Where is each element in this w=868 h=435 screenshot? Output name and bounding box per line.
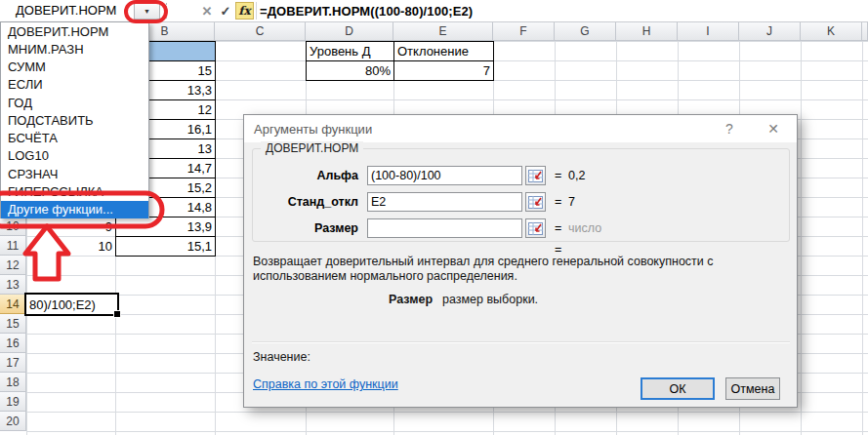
function-list-item-6[interactable]: ПОДСТАВИТЬ — [1, 111, 148, 129]
column-header-F[interactable]: F — [493, 21, 555, 41]
column-header-C[interactable]: C — [215, 21, 306, 41]
chevron-down-icon: ▼ — [144, 8, 150, 15]
alpha-result: 0,2 — [568, 166, 585, 185]
size-label: Размер — [244, 218, 358, 238]
cell-E1[interactable]: Отклонение — [393, 41, 494, 61]
stddev-result: 7 — [568, 192, 575, 212]
cancel-button[interactable]: Отмена — [725, 377, 780, 400]
row-header-13[interactable]: 13 — [0, 275, 26, 295]
cell-E2[interactable]: 7 — [393, 60, 494, 81]
function-list-item-2[interactable]: МНИМ.РАЗН — [1, 40, 148, 58]
function-list-item-5[interactable]: ГОД — [1, 94, 148, 111]
function-list-item-more-functions[interactable]: Другие функции... — [1, 201, 148, 218]
range-picker-icon — [528, 222, 543, 235]
column-header-G[interactable]: G — [555, 21, 616, 41]
equals-sign: = — [555, 166, 561, 185]
argument-hint-name: Размер — [389, 293, 433, 306]
equals-sign: = — [555, 192, 561, 212]
divider — [252, 341, 790, 343]
field-row-stddev: Станд_откл = 7 — [244, 192, 797, 212]
argument-hint-text: размер выборки. — [442, 293, 538, 306]
divider — [256, 2, 257, 20]
fill-handle[interactable] — [113, 310, 121, 318]
dialog-titlebar: Аргументы функции ? ✕ — [244, 115, 797, 142]
range-picker-button[interactable] — [525, 192, 546, 212]
cell-D1[interactable]: Уровень Д — [306, 41, 394, 61]
column-header-edge — [862, 21, 868, 41]
formula-bar: ДОВЕРИТ.НОРМ ▼ ✕ ✓ fx =ДОВЕРИТ.НОРМ((100… — [0, 0, 868, 22]
function-list-item-3[interactable]: СУММ — [1, 59, 148, 76]
field-row-size: Размер = число — [244, 218, 797, 238]
alpha-label: Альфа — [244, 166, 358, 185]
equals-sign: = — [555, 218, 561, 238]
name-box-dropdown-button[interactable]: ▼ — [134, 2, 160, 20]
name-box-dropdown-list: ДОВЕРИТ.НОРММНИМ.РАЗНСУММЕСЛИГОДПОДСТАВИ… — [0, 21, 149, 218]
row-header-14[interactable]: 14 — [0, 295, 26, 314]
cell-B11[interactable]: 15,1 — [115, 236, 216, 257]
row-header-20[interactable]: 20 — [0, 412, 26, 431]
cancel-icon[interactable]: ✕ — [198, 0, 216, 21]
row-header-12[interactable]: 12 — [0, 256, 26, 275]
function-list-item-10[interactable]: ГИПЕРССЫЛКА — [1, 182, 148, 200]
function-description: Возвращает доверительный интервал для ср… — [253, 255, 785, 284]
help-icon[interactable]: ? — [715, 115, 744, 142]
row-header-15[interactable]: 15 — [0, 314, 26, 334]
ok-button[interactable]: ОК — [641, 377, 715, 400]
size-result: число — [568, 218, 601, 238]
argument-hint: Размерразмер выборки. — [389, 293, 538, 306]
close-icon[interactable]: ✕ — [759, 115, 788, 142]
active-cell-text: 80)/100;E2) — [29, 297, 96, 312]
cell-A10[interactable]: 9 — [26, 217, 115, 236]
range-picker-button[interactable] — [525, 166, 546, 185]
column-header-K[interactable]: K — [801, 21, 862, 41]
grid-line — [26, 431, 868, 432]
stddev-label: Станд_откл — [244, 192, 358, 212]
size-input[interactable] — [367, 218, 522, 238]
column-header-H[interactable]: H — [616, 21, 678, 41]
enter-icon[interactable]: ✓ — [217, 0, 234, 21]
cell-A11[interactable]: 10 — [26, 236, 115, 256]
dialog-title: Аргументы функции — [254, 115, 372, 142]
row-header-17[interactable]: 17 — [0, 353, 26, 373]
field-row-alpha: Альфа = 0,2 — [244, 166, 797, 185]
cell-B10[interactable]: 13,9 — [115, 217, 216, 237]
insert-function-icon[interactable]: fx — [235, 2, 254, 20]
column-header-I[interactable]: I — [678, 21, 739, 41]
function-arguments-dialog: Аргументы функции ? ✕ ДОВЕРИТ.НОРМ Альфа… — [243, 114, 798, 408]
column-header-E[interactable]: E — [393, 21, 493, 41]
cell-D2[interactable]: 80% — [306, 60, 394, 81]
column-header-D[interactable]: D — [306, 21, 393, 41]
function-list-item-7[interactable]: БСЧЁТА — [1, 130, 148, 147]
row-header-18[interactable]: 18 — [0, 373, 26, 392]
value-label: Значение: — [253, 350, 310, 364]
function-name-label: ДОВЕРИТ.НОРМ — [261, 141, 363, 155]
row-header-16[interactable]: 16 — [0, 334, 26, 353]
stddev-input[interactable] — [367, 192, 522, 212]
formula-input[interactable]: =ДОВЕРИТ.НОРМ((100-80)/100;E2) — [260, 0, 473, 21]
function-list-item-9[interactable]: СРЗНАЧ — [1, 165, 148, 182]
excel-window: ABCDEFGHIJK12345678910111213141516171819… — [0, 0, 868, 435]
function-list-item-4[interactable]: ЕСЛИ — [1, 76, 148, 94]
alpha-input[interactable] — [367, 166, 522, 185]
row-header-11[interactable]: 11 — [0, 236, 26, 256]
row-header-10[interactable]: 10 — [0, 217, 26, 236]
range-picker-icon — [528, 196, 543, 209]
range-picker-icon — [528, 170, 543, 182]
active-cell-A14[interactable]: 80)/100;E2) — [24, 293, 119, 316]
help-link[interactable]: Справка по этой функции — [253, 377, 398, 391]
grid-line — [26, 412, 868, 413]
range-picker-button[interactable] — [525, 218, 546, 238]
column-header-J[interactable]: J — [739, 21, 801, 41]
function-list-item-1[interactable]: ДОВЕРИТ.НОРМ — [1, 22, 148, 40]
name-box[interactable]: ДОВЕРИТ.НОРМ — [0, 0, 127, 20]
row-header-19[interactable]: 19 — [0, 392, 26, 412]
divider — [166, 3, 168, 19]
function-list-item-8[interactable]: LOG10 — [1, 147, 148, 165]
